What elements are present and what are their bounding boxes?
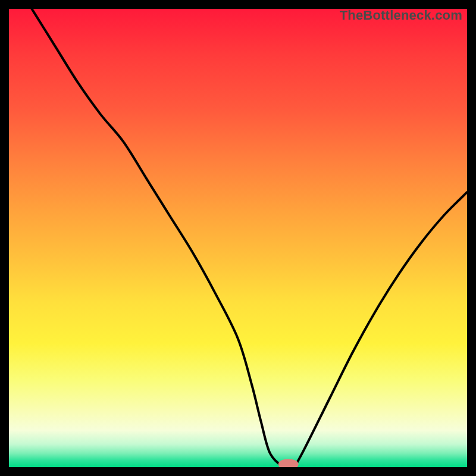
plot-area: TheBottleneck.com	[9, 9, 467, 467]
curve-svg	[9, 9, 467, 467]
optimum-marker	[278, 459, 299, 467]
bottleneck-curve-path	[32, 9, 468, 467]
chart-container: TheBottleneck.com	[0, 0, 476, 476]
